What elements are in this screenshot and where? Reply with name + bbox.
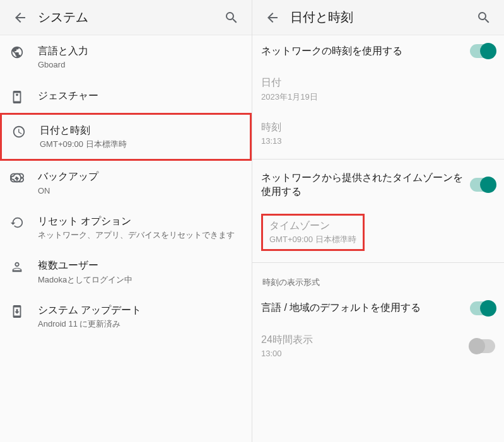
system-item-globe[interactable]: 言語と入力Gboard: [0, 35, 252, 80]
time-format-header: 時刻の表示形式: [252, 265, 504, 292]
date-value: 2023年1月19日: [261, 91, 490, 103]
arrow-back-icon: [265, 10, 280, 25]
use-network-timezone-item[interactable]: ネットワークから提供されたタイムゾーンを使用する: [252, 162, 504, 208]
item-label: 日付と時刻: [40, 124, 240, 137]
cloud-icon: [10, 170, 38, 185]
system-panel: システム 言語と入力Gboardジェスチャー日付と時刻GMT+09:00 日本標…: [0, 0, 252, 442]
use-locale-default-label: 言語 / 地域のデフォルトを使用する: [261, 301, 465, 315]
arrow-back-icon: [13, 10, 28, 25]
system-list: 言語と入力Gboardジェスチャー日付と時刻GMT+09:00 日本標準時バック…: [0, 35, 252, 442]
clock-icon: [12, 124, 40, 139]
use-network-time-label: ネットワークの時刻を使用する: [261, 44, 465, 58]
use-network-time-toggle[interactable]: [470, 44, 495, 58]
back-button[interactable]: [260, 5, 285, 30]
system-item-user[interactable]: 複数ユーザーMadokaとしてログイン中: [0, 250, 252, 294]
use-network-time-item[interactable]: ネットワークの時刻を使用する: [252, 35, 504, 67]
datetime-header: 日付と時刻: [252, 0, 504, 35]
date-label: 日付: [261, 76, 490, 90]
globe-icon: [10, 44, 38, 59]
system-item-clock[interactable]: 日付と時刻GMT+09:00 日本標準時: [0, 113, 252, 161]
search-button[interactable]: [219, 5, 244, 30]
divider: [252, 159, 504, 160]
datetime-title: 日付と時刻: [290, 9, 471, 26]
update-icon: [10, 303, 38, 318]
use-locale-default-toggle[interactable]: [470, 301, 495, 315]
timezone-item: タイムゾーン GMT+09:00 日本標準時: [252, 207, 504, 260]
item-label: バックアップ: [38, 170, 242, 183]
item-label: ジェスチャー: [38, 89, 242, 103]
system-item-restore[interactable]: リセット オプションネットワーク、アプリ、デバイスをリセットできます: [0, 206, 252, 250]
time-item: 時刻 13:13: [252, 112, 504, 156]
use-locale-default-item[interactable]: 言語 / 地域のデフォルトを使用する: [252, 292, 504, 323]
datetime-panel: 日付と時刻 ネットワークの時刻を使用する 日付 2023年1月19日 時刻 13…: [252, 0, 504, 442]
gesture-icon: [10, 89, 38, 104]
item-sub: ON: [38, 185, 242, 197]
restore-icon: [10, 214, 38, 230]
use-24h-label: 24時間表示: [261, 333, 465, 347]
search-icon: [224, 10, 239, 25]
datetime-list: ネットワークの時刻を使用する 日付 2023年1月19日 時刻 13:13 ネッ…: [252, 35, 504, 442]
search-button[interactable]: [471, 5, 496, 30]
item-sub: Madokaとしてログイン中: [38, 274, 242, 286]
back-button[interactable]: [8, 5, 33, 30]
item-label: システム アップデート: [38, 303, 242, 317]
item-label: リセット オプション: [38, 214, 242, 228]
use-24h-toggle: [470, 339, 495, 353]
system-header: システム: [0, 0, 252, 35]
use-network-timezone-label: ネットワークから提供されたタイムゾーンを使用する: [261, 171, 465, 199]
system-item-cloud[interactable]: バックアップON: [0, 161, 252, 206]
search-icon: [476, 10, 491, 25]
time-label: 時刻: [261, 120, 490, 134]
use-network-timezone-toggle[interactable]: [470, 178, 495, 192]
item-label: 複数ユーザー: [38, 259, 242, 272]
item-sub: Gboard: [38, 59, 242, 71]
item-sub: ネットワーク、アプリ、デバイスをリセットできます: [38, 230, 242, 241]
item-label: 言語と入力: [38, 44, 242, 58]
item-sub: Android 11 に更新済み: [38, 318, 242, 330]
timezone-value: GMT+09:00 日本標準時: [269, 234, 356, 245]
use-24h-value: 13:00: [261, 348, 465, 359]
item-sub: GMT+09:00 日本標準時: [40, 139, 240, 150]
system-title: システム: [38, 9, 219, 26]
user-icon: [10, 259, 38, 274]
divider: [252, 262, 504, 263]
timezone-label: タイムゾーン: [269, 219, 356, 233]
time-value: 13:13: [261, 136, 490, 147]
system-item-gesture[interactable]: ジェスチャー: [0, 80, 252, 113]
system-item-update[interactable]: システム アップデートAndroid 11 に更新済み: [0, 294, 252, 339]
date-item: 日付 2023年1月19日: [252, 67, 504, 112]
use-24h-item: 24時間表示 13:00: [252, 324, 504, 369]
